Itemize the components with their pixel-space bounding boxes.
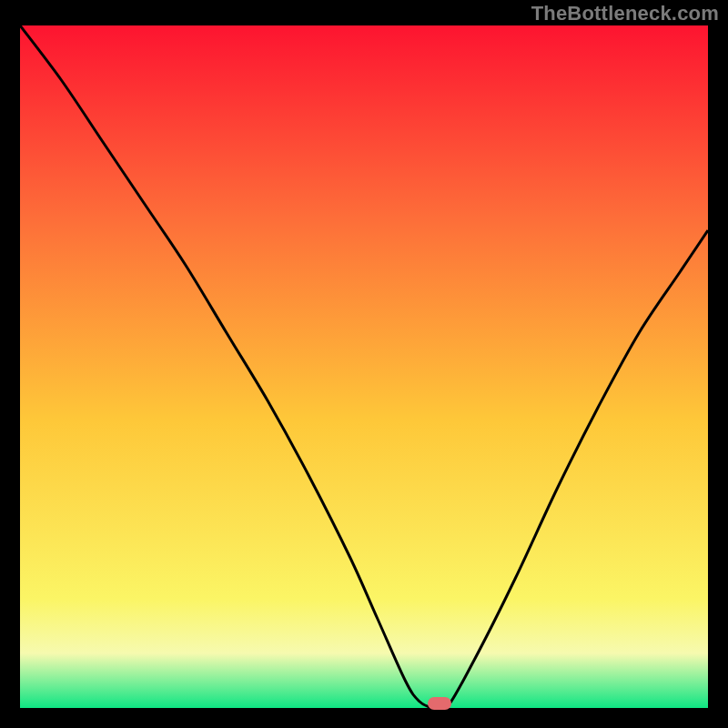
watermark-text: TheBottleneck.com	[531, 2, 719, 25]
plot-area	[20, 25, 708, 708]
plot-svg	[20, 25, 708, 708]
chart-frame: TheBottleneck.com	[0, 0, 728, 728]
optimum-marker	[428, 697, 451, 710]
gradient-background	[20, 25, 708, 708]
